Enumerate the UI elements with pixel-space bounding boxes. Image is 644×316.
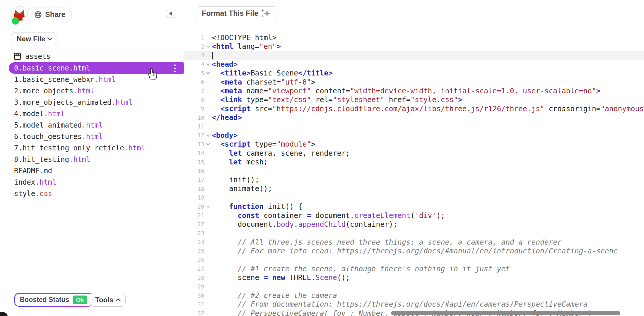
horizontal-scrollbar[interactable] xyxy=(391,311,620,315)
code-text: // All three.js scenes need three things… xyxy=(212,238,644,246)
tools-button[interactable]: Tools xyxy=(90,293,126,307)
file-name: style xyxy=(14,190,35,198)
code-line[interactable]: 28 scene = new THREE.Scene(); xyxy=(184,273,644,282)
file-list-item[interactable]: 7.hit_testing_only_reticle.html xyxy=(0,142,184,154)
code-line[interactable]: 25 // For more info read: https://threej… xyxy=(184,246,644,255)
line-number: 11 xyxy=(184,123,204,130)
code-line[interactable]: 31 // From documentation: https://threej… xyxy=(184,300,644,309)
line-number: 4 xyxy=(184,61,204,68)
code-line[interactable]: 6 <meta charset="utf-8"> xyxy=(184,78,644,86)
file-extension: .html xyxy=(69,155,90,164)
archive-box-icon xyxy=(13,52,21,60)
code-line[interactable]: 4<head> xyxy=(184,60,644,68)
new-file-label: New File xyxy=(17,35,45,43)
code-text: <link type="text/css" rel="stylesheet" h… xyxy=(212,95,644,104)
code-line[interactable]: 29 xyxy=(184,282,644,291)
code-line[interactable]: 1<!DOCTYPE html> xyxy=(184,33,644,42)
fold-chevron-icon[interactable] xyxy=(204,63,212,66)
project-avatar[interactable] xyxy=(11,6,28,23)
code-line[interactable]: 3 xyxy=(184,51,644,60)
code-line[interactable]: 26 xyxy=(184,255,644,264)
code-line[interactable]: 10</head> xyxy=(184,113,644,122)
code-line[interactable]: 2<html lang="en"> xyxy=(184,42,644,51)
code-line[interactable]: 18 animate(); xyxy=(184,184,644,193)
code-text: <meta charset="utf-8"> xyxy=(212,78,644,86)
line-number: 18 xyxy=(184,185,204,192)
line-number: 14 xyxy=(184,150,204,157)
code-line[interactable]: 16 xyxy=(184,166,644,175)
code-line[interactable]: 11 xyxy=(184,122,644,131)
file-list-item[interactable]: 4.model.html xyxy=(0,108,184,119)
code-line[interactable]: 9 <script src="https://cdnjs.cloudflare.… xyxy=(184,104,644,113)
sidebar-item-assets[interactable]: assets xyxy=(0,51,184,62)
share-button[interactable]: Share xyxy=(28,8,71,21)
code-line[interactable]: 24 // All three.js scenes need three thi… xyxy=(184,238,644,246)
line-number: 7 xyxy=(184,87,204,95)
file-list-item[interactable]: 3.more_objects_animated.html xyxy=(0,97,184,108)
kebab-menu-icon[interactable] xyxy=(174,64,176,72)
file-extension: .html xyxy=(35,178,56,186)
line-number: 32 xyxy=(184,310,204,316)
code-line[interactable]: 13 <script type="module"> xyxy=(184,140,644,149)
line-number: 8 xyxy=(184,96,204,103)
boosted-status-button[interactable]: Boosted Status Ok xyxy=(14,293,93,307)
line-number: 23 xyxy=(184,230,204,237)
line-number: 16 xyxy=(184,167,204,174)
file-list-item[interactable]: 6.touch_gestures.html xyxy=(0,131,184,142)
code-editor[interactable]: 1<!DOCTYPE html>2<html lang="en">34<head… xyxy=(184,33,644,316)
code-text: <html lang="en"> xyxy=(212,42,644,51)
line-number: 12 xyxy=(184,132,204,139)
line-number: 1 xyxy=(184,34,204,41)
line-number: 3 xyxy=(184,52,204,59)
file-list-item[interactable]: 8.hit_testing.html xyxy=(0,154,184,165)
online-status-dot xyxy=(12,17,19,25)
new-file-button[interactable]: New File xyxy=(11,32,57,45)
file-extension: .css xyxy=(35,190,52,198)
code-line[interactable]: 7 <meta name="viewport" content="width=d… xyxy=(184,86,644,95)
code-line[interactable]: 15 let mesh; xyxy=(184,157,644,166)
code-line[interactable]: 5 <title>Basic Scene</title> xyxy=(184,69,644,78)
file-name: 7.hit_testing_only_reticle xyxy=(14,144,124,152)
code-line[interactable]: 17 init(); xyxy=(184,175,644,184)
code-text: let camera, scene, renderer; xyxy=(212,149,644,157)
assets-label: assets xyxy=(25,52,51,61)
collapse-sidebar-button[interactable] xyxy=(166,9,175,18)
file-extension: .html xyxy=(69,64,90,72)
sidebar: Share New File assets 0.basic_scene.html… xyxy=(0,0,184,316)
code-text: animate(); xyxy=(212,184,644,193)
code-line[interactable]: 19 xyxy=(184,193,644,202)
file-list-item[interactable]: 2.more_objects.html xyxy=(0,85,184,97)
file-list-item[interactable]: 5.model_animated.html xyxy=(0,119,184,131)
format-file-button[interactable]: Format This File ++ xyxy=(196,6,277,20)
file-name: index xyxy=(14,178,35,186)
code-text: // #1 create the scene, although there's… xyxy=(212,265,644,273)
code-line[interactable]: 27 // #1 create the scene, although ther… xyxy=(184,264,644,273)
code-line[interactable]: 12<body> xyxy=(184,131,644,140)
code-line[interactable]: 21 const container = document.createElem… xyxy=(184,211,644,220)
fold-chevron-icon[interactable] xyxy=(204,45,212,48)
file-extension: .html xyxy=(44,110,65,118)
code-line[interactable]: 22 document.body.appendChild(container); xyxy=(184,220,644,229)
fold-chevron-icon[interactable] xyxy=(204,72,212,74)
fold-chevron-icon[interactable] xyxy=(204,143,212,145)
chevron-down-icon xyxy=(47,35,53,40)
code-line[interactable]: 30 // #2 create the camera xyxy=(184,291,644,300)
glitch-editor-window: Share New File assets 0.basic_scene.html… xyxy=(0,0,644,316)
code-line[interactable]: 14 let camera, scene, renderer; xyxy=(184,149,644,157)
line-number: 24 xyxy=(184,238,204,245)
fold-chevron-icon[interactable] xyxy=(204,205,212,208)
code-text: init(); xyxy=(212,176,644,184)
code-text: // From documentation: https://threejs.o… xyxy=(212,300,644,308)
code-line[interactable]: 20 function init() { xyxy=(184,202,644,211)
file-list-item[interactable]: style.css xyxy=(0,188,184,199)
file-list-item[interactable]: index.html xyxy=(0,176,184,188)
file-extension: .md xyxy=(40,167,52,175)
code-line[interactable]: 23 xyxy=(184,229,644,238)
line-number: 5 xyxy=(184,70,204,77)
file-list-item[interactable]: README.md xyxy=(0,165,184,176)
file-name: 3.more_objects_animated xyxy=(14,98,111,107)
sidebar-footer: Boosted Status Ok Tools xyxy=(0,293,184,307)
file-extension: .html xyxy=(82,121,103,129)
fold-chevron-icon[interactable] xyxy=(204,134,212,137)
code-line[interactable]: 8 <link type="text/css" rel="stylesheet"… xyxy=(184,95,644,104)
